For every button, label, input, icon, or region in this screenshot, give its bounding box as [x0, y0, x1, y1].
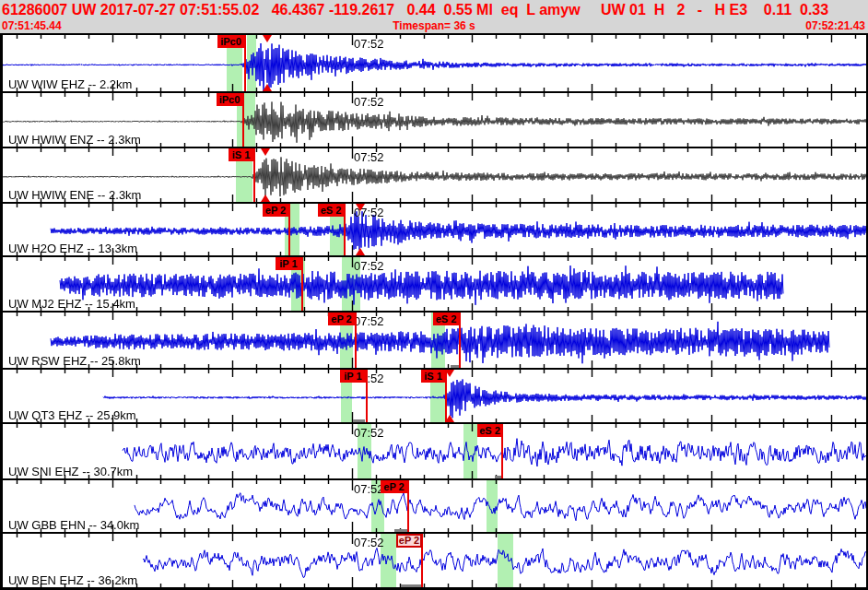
trace-panel: 07:52UW QT3 EHZ -- 25.9kmiP 1iS 1 — [0, 368, 868, 422]
pick-flag[interactable]: iS 1 — [229, 148, 253, 161]
duration-marker-icon[interactable] — [263, 35, 272, 42]
pick-flag[interactable]: iP 1 — [276, 257, 301, 270]
minute-label: 07:52 — [354, 150, 384, 164]
pick-line[interactable] — [288, 204, 290, 255]
trace-panel: 07:52UW SNI EHZ -- 30.7kmeS 2 — [0, 422, 868, 478]
border-gray-mark — [394, 529, 407, 532]
station-label: UW H2O EHZ -- 13.3km — [8, 242, 137, 255]
minute-label: 07:52 — [354, 426, 384, 440]
waveform-canvas[interactable] — [3, 35, 866, 91]
pick-flag[interactable]: iS 1 — [421, 370, 445, 383]
minute-label: 07:52 — [354, 95, 384, 109]
station-label: UW WIW EHZ -- 2.2km — [8, 77, 132, 91]
trace-panel: 07:52UW WIW EHZ -- 2.2kmiPc0 — [0, 33, 868, 91]
station-label: UW RSW EHZ -- 25.8km — [8, 354, 141, 368]
window-end-time: 07:52:21.43 — [805, 19, 865, 32]
station-label: UW QT3 EHZ -- 25.9km — [8, 408, 136, 422]
duration-marker-icon[interactable] — [263, 84, 272, 91]
pick-flag[interactable]: eP 2 — [263, 204, 288, 217]
duration-marker-icon[interactable] — [356, 248, 365, 255]
seismogram-window: 61286007 UW 2017-07-27 07:51:55.02 46.43… — [0, 0, 868, 590]
duration-marker-icon[interactable] — [445, 370, 454, 377]
pick-flag[interactable]: iP 1 — [340, 370, 366, 383]
station-label: UW SNI EHZ -- 30.7km — [8, 465, 133, 478]
pick-line[interactable] — [366, 370, 368, 422]
trace-panel: 07:52UW MJ2 EHZ -- 15.4kmiP 1 — [0, 255, 868, 311]
station-label: UW BEN EHZ -- 36.2km — [8, 573, 137, 587]
pick-line[interactable] — [355, 313, 357, 368]
minute-label: 07:52 — [354, 482, 384, 496]
trace-panel: 07:52UW HWIW ENE -- 2.3kmiS 1 — [0, 147, 868, 202]
station-label: UW HWIW ENZ -- 2.3km — [8, 133, 141, 147]
pick-line[interactable] — [344, 204, 346, 255]
minute-label: 07:52 — [354, 37, 384, 51]
station-label: UW MJ2 EHZ -- 15.4km — [8, 297, 135, 311]
trace-panel: 07:52UW HWIW ENZ -- 2.3kmiPc0 — [0, 91, 868, 147]
trace-panel: 07:52UW BEN EHZ -- 36.2kmeP 2 — [0, 532, 868, 590]
pick-line[interactable] — [253, 148, 255, 202]
duration-marker-icon[interactable] — [445, 415, 454, 422]
pick-flag[interactable]: iPc0 — [217, 93, 242, 106]
border-gray-mark — [353, 419, 365, 422]
trace-panel: 07:52UW GBB EHN -- 34.0kmeP 2 — [0, 478, 868, 532]
border-gray-mark — [401, 584, 421, 589]
minute-label: 07:52 — [354, 314, 384, 328]
minute-label: 07:52 — [354, 536, 384, 549]
station-label: UW GBB EHN -- 34.0km — [8, 518, 139, 532]
pick-line[interactable] — [407, 480, 409, 532]
station-label: UW HWIW ENE -- 2.3km — [8, 188, 141, 202]
pick-flag[interactable]: eS 2 — [477, 424, 502, 437]
pick-flag[interactable]: eP 2 — [328, 313, 355, 325]
pick-line[interactable] — [459, 313, 461, 368]
border-gray-mark — [451, 365, 459, 368]
time-header-line: 07:51:45.44 Timespan= 36 s 07:52:21.43 — [0, 19, 868, 33]
trace-panel: 07:52UW RSW EHZ -- 25.8kmeP 2eS 2 — [0, 311, 868, 368]
pick-flag[interactable]: eP 2 — [381, 480, 407, 493]
pick-flag[interactable]: eS 2 — [433, 313, 459, 325]
border-gray-mark — [495, 476, 501, 478]
pick-flag[interactable]: eP 2 — [396, 534, 422, 548]
pick-flag[interactable]: eS 2 — [318, 204, 344, 217]
duration-marker-icon[interactable] — [356, 204, 365, 211]
timespan-label: Timespan= 36 s — [0, 19, 868, 32]
duration-marker-icon[interactable] — [261, 195, 270, 202]
duration-marker-icon[interactable] — [261, 148, 270, 156]
pick-line[interactable] — [301, 257, 303, 311]
pick-line[interactable] — [242, 93, 244, 147]
minute-label: 07:52 — [354, 259, 384, 273]
trace-panel: 07:52UW H2O EHZ -- 13.3kmeP 2eS 2 — [0, 202, 868, 255]
pick-flag[interactable]: iPc0 — [217, 35, 244, 48]
pick-line[interactable] — [244, 35, 246, 91]
event-header-line: 61286007 UW 2017-07-27 07:51:55.02 46.43… — [0, 0, 868, 20]
